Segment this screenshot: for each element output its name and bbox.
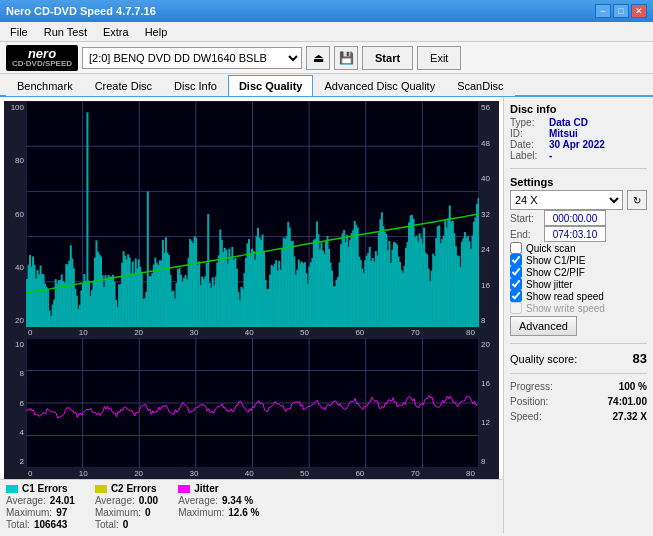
top-chart-canvas (26, 101, 479, 327)
right-panel: Disc info Type: Data CD ID: Mitsui Date:… (503, 97, 653, 533)
advanced-button[interactable]: Advanced (510, 316, 577, 336)
tab-advanced-disc-quality[interactable]: Advanced Disc Quality (313, 75, 446, 96)
menu-bar: File Run Test Extra Help (0, 22, 653, 42)
speed-row: 24 X ↻ (510, 190, 647, 210)
tab-bar: Benchmark Create Disc Disc Info Disc Qua… (0, 74, 653, 97)
bottom-x-axis: 0 10 20 30 40 50 60 70 80 (4, 468, 499, 479)
speed-value: 27.32 X (613, 411, 647, 422)
end-input[interactable] (544, 226, 606, 242)
bottom-y-left: 10 8 6 4 2 (4, 338, 26, 468)
top-chart-row: 100 80 60 40 20 56 48 40 32 24 16 8 (4, 101, 499, 327)
tab-benchmark[interactable]: Benchmark (6, 75, 84, 96)
menu-help[interactable]: Help (139, 24, 174, 40)
tab-disc-quality[interactable]: Disc Quality (228, 75, 314, 96)
disc-info-section: Disc info Type: Data CD ID: Mitsui Date:… (510, 103, 647, 161)
tab-create-disc[interactable]: Create Disc (84, 75, 163, 96)
show-c1-checkbox[interactable] (510, 254, 522, 266)
progress-row: Progress: 100 % (510, 381, 647, 392)
legend-c1: C1 Errors Average: 24.01 Maximum: 97 Tot… (6, 483, 75, 530)
c2-total: 0 (123, 519, 129, 530)
show-read-speed-checkbox[interactable] (510, 290, 522, 302)
title-text: Nero CD-DVD Speed 4.7.7.16 (6, 5, 595, 17)
progress-value: 100 % (619, 381, 647, 392)
c1-maximum: 97 (56, 507, 67, 518)
tab-scan-disc[interactable]: ScanDisc (446, 75, 514, 96)
bottom-y-right: 20 16 12 8 (479, 338, 499, 468)
date-value: 30 Apr 2022 (549, 139, 605, 150)
exit-button[interactable]: Exit (417, 46, 461, 70)
quality-score-label: Quality score: (510, 353, 577, 365)
show-write-speed-row: Show write speed (510, 302, 647, 314)
top-y-right: 56 48 40 32 24 16 8 (479, 101, 499, 327)
show-c1-row[interactable]: Show C1/PIE (510, 254, 647, 266)
c2-maximum: 0 (145, 507, 151, 518)
window-controls: − □ ✕ (595, 4, 647, 18)
start-label: Start: (510, 213, 540, 224)
jitter-average: 9.34 % (222, 495, 253, 506)
jitter-color-indicator (178, 485, 190, 493)
nero-logo: nero CD·DVD/SPEED (6, 45, 78, 71)
divider-2 (510, 343, 647, 344)
id-value: Mitsui (549, 128, 578, 139)
id-label: ID: (510, 128, 545, 139)
disc-label-row: Label: - (510, 150, 647, 161)
maximize-button[interactable]: □ (613, 4, 629, 18)
chart-legend: C1 Errors Average: 24.01 Maximum: 97 Tot… (0, 479, 503, 533)
start-button[interactable]: Start (362, 46, 413, 70)
show-read-speed-label: Show read speed (526, 291, 604, 302)
c2-label: C2 Errors (111, 483, 157, 494)
legend-jitter: Jitter Average: 9.34 % Maximum: 12.6 % (178, 483, 259, 530)
show-read-speed-row[interactable]: Show read speed (510, 290, 647, 302)
quick-scan-checkbox[interactable] (510, 242, 522, 254)
speed-select[interactable]: 24 X (510, 190, 623, 210)
label-key: Label: (510, 150, 545, 161)
show-c2-checkbox[interactable] (510, 266, 522, 278)
show-c1-label: Show C1/PIE (526, 255, 585, 266)
c1-total: 106643 (34, 519, 67, 530)
start-time-row: Start: (510, 210, 647, 226)
show-write-speed-checkbox[interactable] (510, 302, 522, 314)
date-label: Date: (510, 139, 545, 150)
start-input[interactable] (544, 210, 606, 226)
disc-date-row: Date: 30 Apr 2022 (510, 139, 647, 150)
jitter-maximum: 12.6 % (228, 507, 259, 518)
top-y-left: 100 80 60 40 20 (4, 101, 26, 327)
show-write-speed-label: Show write speed (526, 303, 605, 314)
disc-id-row: ID: Mitsui (510, 128, 647, 139)
minimize-button[interactable]: − (595, 4, 611, 18)
menu-extra[interactable]: Extra (97, 24, 135, 40)
main-content: 100 80 60 40 20 56 48 40 32 24 16 8 (0, 97, 653, 533)
bottom-chart-canvas (26, 338, 479, 468)
settings-title: Settings (510, 176, 647, 188)
drive-select[interactable]: [2:0] BENQ DVD DD DW1640 BSLB (82, 47, 302, 69)
divider-3 (510, 373, 647, 374)
quality-score-row: Quality score: 83 (510, 351, 647, 366)
disc-info-title: Disc info (510, 103, 647, 115)
settings-section: Settings 24 X ↻ Start: End: Quick scan (510, 176, 647, 336)
c1-color-indicator (6, 485, 18, 493)
top-x-axis: 0 10 20 30 40 50 60 70 80 (4, 327, 499, 338)
quality-score-value: 83 (633, 351, 647, 366)
position-label: Position: (510, 396, 548, 407)
type-label: Type: (510, 117, 545, 128)
toolbar: nero CD·DVD/SPEED [2:0] BENQ DVD DD DW16… (0, 42, 653, 74)
position-row: Position: 74:01.00 (510, 396, 647, 407)
speed-label: Speed: (510, 411, 542, 422)
show-jitter-row[interactable]: Show jitter (510, 278, 647, 290)
menu-file[interactable]: File (4, 24, 34, 40)
divider-1 (510, 168, 647, 169)
show-jitter-label: Show jitter (526, 279, 573, 290)
refresh-button[interactable]: ↻ (627, 190, 647, 210)
close-button[interactable]: ✕ (631, 4, 647, 18)
save-icon-button[interactable]: 💾 (334, 46, 358, 70)
show-jitter-checkbox[interactable] (510, 278, 522, 290)
quick-scan-row[interactable]: Quick scan (510, 242, 647, 254)
eject-icon-button[interactable]: ⏏ (306, 46, 330, 70)
show-c2-row[interactable]: Show C2/PIF (510, 266, 647, 278)
legend-c2: C2 Errors Average: 0.00 Maximum: 0 Total… (95, 483, 158, 530)
menu-run-test[interactable]: Run Test (38, 24, 93, 40)
disc-type-row: Type: Data CD (510, 117, 647, 128)
speed-row-quality: Speed: 27.32 X (510, 411, 647, 422)
c2-average: 0.00 (139, 495, 158, 506)
tab-disc-info[interactable]: Disc Info (163, 75, 228, 96)
